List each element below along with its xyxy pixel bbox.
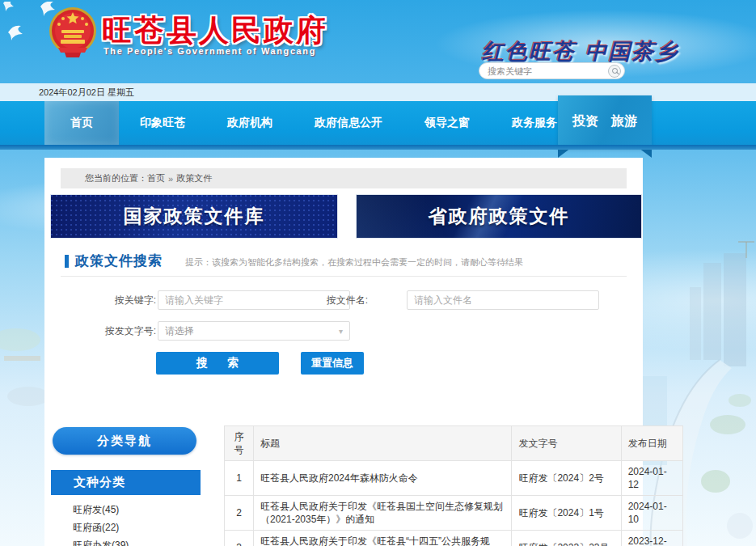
- breadcrumb-label: 您当前的位置：: [85, 172, 147, 184]
- docnum-label: 按发文字号:: [91, 321, 156, 341]
- policy-search-hint: 提示：该搜索为智能化多结构搜索，在搜索过程中会需要一定的时间，请耐心等待结果: [185, 256, 523, 269]
- policy-search-title: 政策文件搜索: [75, 252, 163, 270]
- nav-item-3[interactable]: 政府机构: [206, 101, 294, 145]
- doc-type-item-2[interactable]: 旺府函(22): [73, 518, 202, 536]
- doc-title-link[interactable]: 旺苍县人民政府2024年森林防火命令: [253, 461, 511, 496]
- keyword-label: 按关键字:: [91, 290, 156, 310]
- table-cell: 2: [225, 496, 254, 531]
- table-header-1: 序号: [225, 426, 254, 461]
- search-button[interactable]: 搜 索: [156, 352, 279, 375]
- site-search: [479, 62, 625, 79]
- doc-type-item-1[interactable]: 旺府发(45): [73, 501, 202, 518]
- provincial-policy-banner-label: 省政府政策文件: [429, 204, 570, 229]
- breadcrumb-current: 政策文件: [176, 172, 212, 184]
- site-search-input[interactable]: [488, 66, 608, 76]
- table-header-row: 序号标题发文字号发布日期: [225, 426, 683, 461]
- provincial-policy-banner[interactable]: 省政府政策文件: [356, 194, 642, 239]
- content-panel: 您当前的位置： 首页 » 政策文件 国家政策文件库 省政府政策文件 政策文件搜索…: [44, 158, 643, 546]
- docnum-select[interactable]: 请选择 ▾: [158, 321, 350, 341]
- table-cell: 1: [225, 461, 254, 496]
- table-row: 2旺苍县人民政府关于印发《旺苍县国土空间生态修复规划（2021-2035年）》的…: [225, 496, 683, 531]
- nav-item-1[interactable]: 首页: [44, 101, 119, 145]
- doc-type-item-3[interactable]: 旺府办发(39): [73, 536, 202, 546]
- national-emblem-logo: [47, 6, 99, 59]
- table-body: 1旺苍县人民政府2024年森林防火命令旺府发〔2024〕2号2024-01-12…: [225, 461, 683, 546]
- nav-item-2[interactable]: 印象旺苍: [119, 101, 206, 145]
- table-row: 1旺苍县人民政府2024年森林防火命令旺府发〔2024〕2号2024-01-12: [225, 461, 683, 496]
- national-policy-banner-label: 国家政策文件库: [124, 204, 265, 229]
- table-cell: 旺府发〔2023〕23号: [512, 531, 621, 546]
- table-cell: 旺府发〔2024〕1号: [512, 496, 621, 531]
- filename-input[interactable]: [407, 290, 599, 310]
- doc-title-link[interactable]: 旺苍县人民政府关于印发《旺苍县“十四五”公共服务规划》的通知: [253, 531, 511, 546]
- table-cell: 2024-01-12: [621, 461, 682, 496]
- nav-item-4[interactable]: 政府信息公开: [294, 101, 403, 145]
- background-left-art: [0, 291, 44, 453]
- table-row: 3旺苍县人民政府关于印发《旺苍县“十四五”公共服务规划》的通知旺府发〔2023〕…: [225, 531, 683, 546]
- ribbon-travel-label[interactable]: 旅游: [611, 113, 637, 130]
- table-header-3: 发文字号: [512, 426, 621, 461]
- page: 旺苍县人民政府 The People's Government of Wangc…: [0, 0, 756, 546]
- table-cell: 3: [225, 531, 254, 546]
- invest-travel-ribbon[interactable]: 投资 旅游: [558, 95, 652, 148]
- table-cell: 2023-12-28: [621, 531, 682, 546]
- doc-type-category-header: 文种分类: [51, 470, 201, 495]
- filename-label: 按文件名:: [303, 290, 368, 310]
- table-header-4: 发布日期: [621, 426, 682, 461]
- dropdown-arrow-icon: ▾: [339, 327, 343, 336]
- section-divider: [61, 276, 627, 277]
- table-header-2: 标题: [253, 426, 511, 461]
- main-nav: 首页印象旺苍政府机构政府信息公开领导之窗政务服务政民互动 投资 旅游: [0, 101, 756, 145]
- table-cell: 旺府发〔2024〕2号: [512, 461, 621, 496]
- nav-underline: [0, 145, 756, 150]
- ribbon-invest-label[interactable]: 投资: [572, 113, 598, 130]
- nav-item-5[interactable]: 领导之窗: [403, 101, 491, 145]
- docnum-select-value: 请选择: [165, 324, 194, 338]
- policy-doc-table: 序号标题发文字号发布日期 1旺苍县人民政府2024年森林防火命令旺府发〔2024…: [224, 425, 683, 546]
- doc-type-list: 旺府发(45)旺府函(22)旺府办发(39): [73, 501, 202, 546]
- reset-button[interactable]: 重置信息: [301, 352, 364, 375]
- breadcrumb-home-link[interactable]: 首页: [147, 172, 165, 184]
- site-subtitle: The People's Government of Wangcang: [103, 46, 316, 56]
- section-accent-bar: [65, 255, 69, 268]
- site-title: 旺苍县人民政府: [102, 11, 328, 51]
- national-policy-banner[interactable]: 国家政策文件库: [50, 194, 338, 239]
- current-date: 2024年02月02日 星期五: [39, 87, 134, 99]
- search-icon[interactable]: [608, 65, 621, 78]
- breadcrumb: 您当前的位置： 首页 » 政策文件: [61, 168, 627, 188]
- policy-search-header: 政策文件搜索 提示：该搜索为智能化多结构搜索，在搜索过程中会需要一定的时间，请耐…: [65, 252, 523, 270]
- breadcrumb-separator: »: [168, 174, 173, 184]
- doc-title-link[interactable]: 旺苍县人民政府关于印发《旺苍县国土空间生态修复规划（2021-2035年）》的通…: [253, 496, 511, 531]
- category-nav-pill[interactable]: 分类导航: [53, 427, 196, 455]
- table-cell: 2024-01-10: [621, 496, 682, 531]
